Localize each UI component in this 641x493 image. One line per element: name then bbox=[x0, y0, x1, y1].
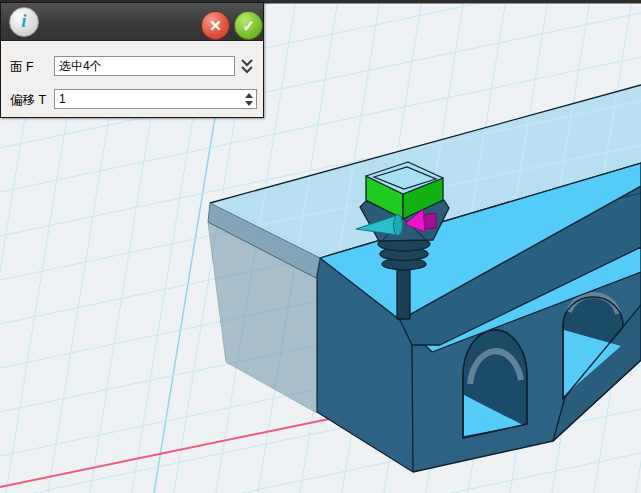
dialog-titlebar[interactable]: i ✕ ✓ bbox=[1, 3, 263, 41]
face-field-label: 面 F bbox=[10, 59, 34, 76]
spinner-up-button[interactable] bbox=[245, 93, 253, 98]
offset-value-input[interactable] bbox=[54, 89, 257, 109]
teal-cone-base bbox=[394, 215, 403, 236]
fixture-stem bbox=[397, 268, 410, 319]
chevron-double-down-icon bbox=[239, 58, 255, 76]
face-selection-input[interactable] bbox=[54, 56, 235, 76]
expand-chevron-button[interactable] bbox=[239, 58, 255, 76]
offset-field-row: 偏移 T bbox=[1, 89, 263, 111]
arch-cutout-1[interactable] bbox=[463, 330, 527, 438]
face-field-row: 面 F bbox=[1, 56, 263, 78]
offset-face-dialog: i ✕ ✓ 面 F 偏移 T bbox=[0, 2, 264, 118]
confirm-button[interactable]: ✓ bbox=[234, 11, 263, 40]
cad-app-window: i ✕ ✓ 面 F 偏移 T bbox=[0, 0, 641, 493]
info-icon[interactable]: i bbox=[9, 7, 39, 37]
cancel-button[interactable]: ✕ bbox=[201, 11, 230, 40]
fixture-rings bbox=[378, 237, 430, 270]
spinner-down-button[interactable] bbox=[245, 101, 253, 106]
offset-spinner bbox=[243, 91, 255, 108]
offset-field-label: 偏移 T bbox=[10, 92, 46, 109]
